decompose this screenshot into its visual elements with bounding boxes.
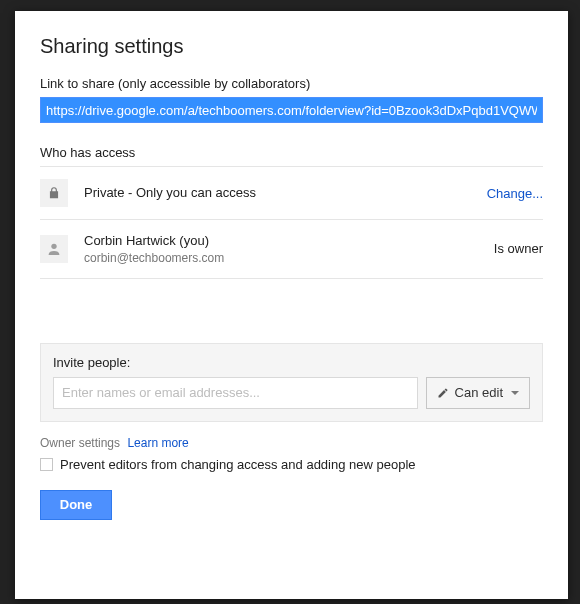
prevent-editors-label: Prevent editors from changing access and… <box>60 457 416 472</box>
dialog-title: Sharing settings <box>40 35 543 58</box>
person-icon <box>40 235 68 263</box>
change-visibility-link[interactable]: Change... <box>479 186 543 201</box>
access-owner-role: Is owner <box>486 241 543 256</box>
prevent-editors-row: Prevent editors from changing access and… <box>40 457 543 472</box>
prevent-editors-checkbox[interactable] <box>40 458 53 471</box>
done-button[interactable]: Done <box>40 490 112 520</box>
sharing-settings-dialog: Sharing settings Link to share (only acc… <box>15 11 568 599</box>
permission-dropdown-button[interactable]: Can edit <box>426 377 530 409</box>
lock-icon <box>40 179 68 207</box>
learn-more-link[interactable]: Learn more <box>127 436 188 450</box>
pencil-icon <box>437 387 449 399</box>
access-list: Private - Only you can access Change... … <box>40 166 543 279</box>
access-visibility-primary: Private - Only you can access <box>84 184 479 202</box>
access-owner-email: corbin@techboomers.com <box>84 250 486 266</box>
invite-row: Can edit <box>53 377 530 409</box>
owner-settings-row: Owner settings Learn more <box>40 436 543 450</box>
permission-label: Can edit <box>455 385 503 400</box>
owner-settings-label: Owner settings <box>40 436 120 450</box>
access-visibility-text: Private - Only you can access <box>84 184 479 202</box>
access-owner-text: Corbin Hartwick (you) corbin@techboomers… <box>84 232 486 266</box>
access-row-owner: Corbin Hartwick (you) corbin@techboomers… <box>40 220 543 279</box>
chevron-down-icon <box>511 391 519 395</box>
share-link-input[interactable] <box>40 97 543 123</box>
invite-label: Invite people: <box>53 355 530 370</box>
who-has-access-label: Who has access <box>40 145 543 160</box>
access-row-visibility: Private - Only you can access Change... <box>40 167 543 220</box>
access-owner-name: Corbin Hartwick (you) <box>84 232 486 250</box>
invite-input[interactable] <box>53 377 418 409</box>
link-section-label: Link to share (only accessible by collab… <box>40 76 543 91</box>
svg-point-0 <box>51 244 56 249</box>
invite-box: Invite people: Can edit <box>40 343 543 422</box>
